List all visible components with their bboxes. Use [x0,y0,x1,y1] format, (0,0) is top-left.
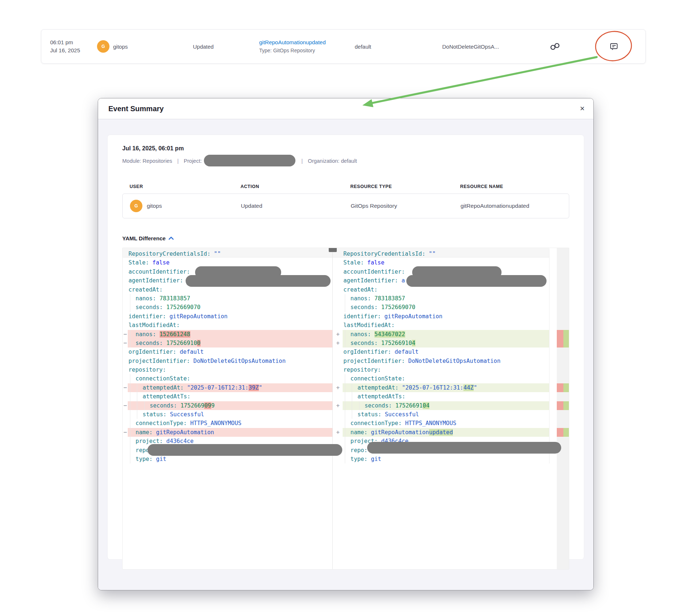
diff-line: orgIdentifier: default [343,348,549,356]
link-icon[interactable] [549,30,560,63]
close-icon[interactable]: × [580,105,585,113]
row-user-cell: G gitops [130,200,241,212]
diff-line: connectionState: [128,374,332,383]
redacted-value-blob [406,275,547,287]
diff-line: RepositoryCredentialsId: "" [343,249,549,258]
added-line-marker [333,258,343,267]
added-line-marker [333,321,343,330]
added-line-marker [333,276,343,285]
event-table-row: G gitops Updated GitOps Repository gitRe… [122,194,569,218]
ruler-removed-mark [557,428,563,437]
added-line-marker [333,285,343,294]
diff-line: identifier: gitRepoAutomation [128,312,332,321]
added-line-marker [333,312,343,321]
ruler-added-mark [563,428,569,437]
diff-line: seconds: 1752669104 [343,339,549,348]
removed-line-marker [123,437,128,446]
avatar: G [97,40,109,53]
redacted-value-blob [186,275,331,287]
event-time-date: Jul 16, 2025 [50,48,80,53]
ruler-added-mark [563,330,569,348]
diff-line: repository: [343,365,549,374]
diff-line: attemptedAtTs: [343,392,549,401]
header-resource-type: RESOURCE TYPE [350,184,460,189]
audit-log-row[interactable]: 06:01 pm Jul 16, 2025 G gitops Updated g… [41,29,646,64]
diff-line: connectionType: HTTPS_ANONYMOUS [343,419,549,428]
added-line-marker [333,392,343,401]
diff-line: seconds: 1752669070 [343,303,549,312]
diff-overview-ruler[interactable] [557,248,569,569]
diff-line: type: git [343,455,549,463]
removed-line-marker: − [123,401,128,410]
removed-line-marker [123,419,128,428]
event-summary-icon[interactable] [609,30,619,63]
diff-line: lastModifiedAt: [343,321,549,330]
modal-title: Event Summary [108,105,164,113]
removed-line-marker [123,258,128,267]
diff-line: seconds: 1752669100 [128,339,332,348]
added-line-marker: + [333,428,343,437]
diff-sash-handle[interactable] [329,248,337,252]
added-line-marker: + [333,330,343,339]
added-line-marker [333,348,343,356]
removed-line-marker [123,455,128,463]
event-time-clock: 06:01 pm [50,40,73,45]
diff-line: type: git [128,455,332,463]
diff-line: identifier: gitRepoAutomation [343,312,549,321]
diff-line: attemptedAt: "2025-07-16T12:31:44Z" [343,383,549,392]
event-summary-modal: Event Summary × Jul 16, 2025, 06:01 pm M… [98,98,594,590]
meta-separator: | [177,158,179,164]
header-action: ACTION [241,184,350,189]
row-user-name: gitops [147,203,162,209]
ruler-removed-mark [557,383,563,392]
header-user: USER [130,184,241,189]
removed-line-marker [123,374,128,383]
diff-line: nanos: 543467022 [343,330,549,339]
module-label: Module: Repositories [122,158,172,164]
project-meta-label: Project: [184,158,202,164]
resource-type-label: Type: GitOps Repository [259,48,315,53]
organization-meta-label: Organization: default [308,158,357,164]
green-arrow-line [368,57,597,104]
removed-line-marker [123,348,128,356]
diff-line: nanos: 783183857 [128,294,332,303]
added-line-marker: + [333,401,343,410]
added-line-marker: + [333,339,343,348]
removed-line-marker [123,276,128,285]
diff-line: status: Successful [343,410,549,419]
event-datetime: Jul 16, 2025, 06:01 pm [122,145,569,152]
avatar: G [130,200,142,212]
diff-scrollbar-gap [549,248,557,569]
diff-line: RepositoryCredentialsId: "" [128,249,332,258]
removed-line-marker [123,365,128,374]
project-label: DoNotDeleteGitOpsA... [442,30,499,63]
added-line-marker [333,365,343,374]
removed-line-marker [123,285,128,294]
action-label: Updated [193,30,214,63]
removed-line-marker [123,249,128,258]
added-line-marker [333,357,343,365]
diff-line: projectIdentifier: DoNotDeleteGitOpsAuto… [343,357,549,365]
resource-cell: gitRepoAutomationupdated Type: GitOps Re… [259,30,326,63]
row-resource-name: gitRepoAutomationupdated [461,203,569,209]
diff-line: name: gitRepoAutomationupdated [343,428,549,437]
added-line-marker [333,294,343,303]
event-table-headers: USER ACTION RESOURCE TYPE RESOURCE NAME [122,184,569,189]
diff-line: repository: [128,365,332,374]
added-line-marker [333,455,343,463]
removed-line-marker [123,410,128,419]
yaml-difference-section: YAML Difference [122,234,569,242]
removed-line-marker [123,357,128,365]
row-resource-type: GitOps Repository [351,203,461,209]
removed-line-marker: − [123,428,128,437]
resource-name-link[interactable]: gitRepoAutomationupdated [259,40,326,45]
header-resource-name: RESOURCE NAME [460,184,569,189]
diff-line: status: Successful [128,410,332,419]
user-cell: G gitops [97,30,128,63]
yaml-diff-viewer: −−−−− RepositoryCredentialsId: ""Stale: … [122,248,569,570]
removed-line-marker [123,312,128,321]
removed-line-marker [123,267,128,276]
removed-line-marker [123,392,128,401]
chevron-up-icon[interactable] [168,236,174,240]
row-action: Updated [241,203,351,209]
